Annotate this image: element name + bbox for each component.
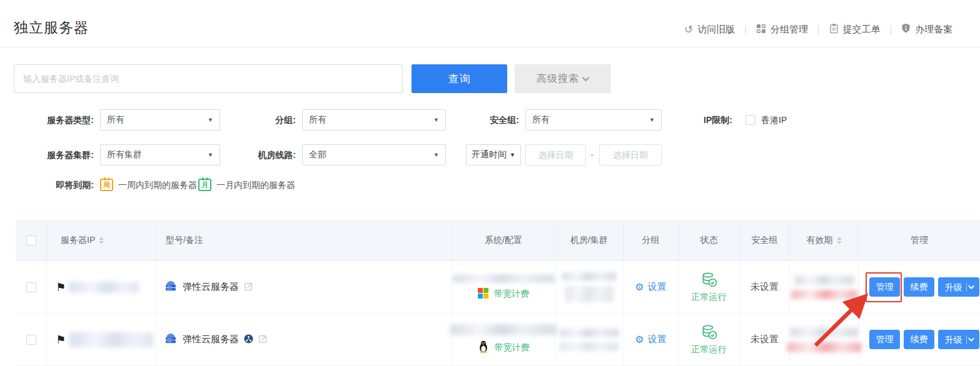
header-model: 型号/备注 <box>156 220 452 260</box>
room-cluster-cell <box>555 261 624 313</box>
query-button[interactable]: 查询 <box>412 64 507 93</box>
upgrade-dropdown-toggle[interactable] <box>967 285 978 289</box>
header-system: 系统/配置 <box>452 220 555 260</box>
upgrade-label: 升级 <box>940 335 967 344</box>
server-type-select[interactable]: 所有 ▼ <box>100 109 220 131</box>
header-server-ip: 服务器IP <box>47 220 156 260</box>
system-config-cell: 带宽计费 <box>452 261 555 313</box>
manage-cell: 管理 续费 升级 <box>859 314 980 365</box>
upgrade-dropdown-toggle[interactable] <box>967 337 978 342</box>
model-cell: 弹性云服务器 <box>156 314 452 365</box>
date-end-input[interactable] <box>599 144 662 166</box>
flag-icon: ⚑ <box>56 334 66 345</box>
chevron-down-icon <box>582 74 589 81</box>
filing-record-link[interactable]: 办理备案 <box>901 23 952 36</box>
chevron-down-icon <box>968 283 974 289</box>
search-input[interactable] <box>14 64 403 93</box>
chevron-down-icon <box>968 335 974 342</box>
blurred-expiry-date <box>791 290 857 299</box>
cloud-server-icon <box>164 332 178 347</box>
group-filter-label: 分组: <box>225 109 296 131</box>
group-cell: ⚙ 设置 <box>624 314 679 365</box>
security-group-select[interactable]: 所有 ▼ <box>525 109 662 131</box>
security-group-filter-label: 安全组: <box>449 109 519 131</box>
caret-down-icon: ▼ <box>208 152 213 158</box>
filter-row-1: 服务器类型: 所有 ▼ 分组: 所有 ▼ 安全组: 所有 ▼ IP限制: 香港I… <box>0 109 980 131</box>
server-table: 服务器IP 型号/备注 系统/配置 机房/集群 分组 状态 安全组 有效期 管理… <box>16 220 980 366</box>
advanced-search-button[interactable]: 高级搜索 <box>515 64 611 93</box>
hk-ip-checkbox[interactable] <box>745 115 755 125</box>
header-select-all <box>16 220 47 260</box>
group-setting-link[interactable]: ⚙ 设置 <box>635 281 666 293</box>
submit-ticket-link[interactable]: 提交工单 <box>829 23 881 36</box>
advanced-search-label: 高级搜索 <box>537 72 579 86</box>
gear-icon: ⚙ <box>635 282 644 292</box>
status-label: 正常运行 <box>692 292 727 303</box>
link-separator: | <box>817 24 820 34</box>
caret-down-icon: ▼ <box>208 117 213 123</box>
link-separator: | <box>890 24 892 34</box>
server-console-page: 独立服务器 ↺ 访问旧版 | 分组管理 | 提交工单 | 办理备案 <box>0 0 980 366</box>
row-checkbox[interactable] <box>26 335 36 345</box>
manage-button[interactable]: 管理 <box>869 277 900 297</box>
model-label: 弹性云服务器 <box>183 334 239 345</box>
renew-button[interactable]: 续费 <box>904 330 934 349</box>
date-start-input[interactable] <box>525 144 586 166</box>
sort-icon[interactable] <box>837 237 842 244</box>
header-validity: 有效期 <box>790 220 859 260</box>
status-cell: 正常运行 <box>679 314 740 365</box>
header-manage: 管理 <box>859 220 980 260</box>
status-running-icon <box>701 324 717 342</box>
visit-old-version-link[interactable]: ↺ 访问旧版 <box>684 24 735 36</box>
cluster-filter-label: 服务器集群: <box>14 144 94 166</box>
page-title: 独立服务器 <box>14 18 89 37</box>
security-group-cell: 未设置 <box>740 261 790 313</box>
page-header: 独立服务器 ↺ 访问旧版 | 分组管理 | 提交工单 | 办理备案 <box>0 0 980 47</box>
select-all-checkbox[interactable] <box>26 235 36 245</box>
room-cluster-cell <box>555 314 624 365</box>
sort-icon[interactable] <box>99 237 104 244</box>
caret-down-icon: ▼ <box>433 117 439 123</box>
row-checkbox[interactable] <box>26 282 36 292</box>
group-management-link[interactable]: 分组管理 <box>756 24 808 36</box>
header-validity-label: 有效期 <box>807 235 833 246</box>
upgrade-button[interactable]: 升级 <box>938 277 979 297</box>
header-server-ip-label: 服务器IP <box>61 235 95 246</box>
billing-type-label: 带宽计费 <box>494 289 529 300</box>
header-links: ↺ 访问旧版 | 分组管理 | 提交工单 | 办理备案 <box>684 23 952 36</box>
header-security: 安全组 <box>740 220 790 260</box>
blurred-room <box>559 329 619 337</box>
upgrade-button[interactable]: 升级 <box>938 330 979 349</box>
week-calendar-icon[interactable]: 周 <box>100 179 113 191</box>
manage-button[interactable]: 管理 <box>869 330 900 349</box>
caret-down-icon: ▼ <box>510 152 515 158</box>
edit-remark-icon[interactable] <box>258 334 268 345</box>
header-status: 状态 <box>679 220 740 260</box>
blurred-validity-date <box>790 327 859 337</box>
line-select[interactable]: 全部 ▼ <box>302 144 446 166</box>
header-room: 机房/集群 <box>555 220 624 260</box>
server-type-label: 服务器类型: <box>14 109 94 131</box>
table-header-row: 服务器IP 型号/备注 系统/配置 机房/集群 分组 状态 安全组 有效期 管理 <box>16 220 980 261</box>
renew-button[interactable]: 续费 <box>904 277 934 297</box>
time-type-value: 开通时间 <box>472 149 507 161</box>
server-ip-cell: ⚑ <box>47 314 156 365</box>
time-type-select[interactable]: 开通时间 ▼ <box>466 144 521 166</box>
cluster-select[interactable]: 所有集群 ▼ <box>100 144 220 166</box>
row-checkbox-cell <box>16 261 47 313</box>
group-select[interactable]: 所有 ▼ <box>302 109 446 131</box>
group-setting-link[interactable]: ⚙ 设置 <box>635 334 666 345</box>
group-cell: ⚙ 设置 <box>624 261 679 313</box>
search-section: 查询 高级搜索 <box>14 64 639 93</box>
table-row: ⚑ 弹性云服务器 带宽计费 ⚙ <box>16 314 980 366</box>
expiry-week-label: 一周内到期的服务器 <box>118 177 197 193</box>
windows-icon <box>478 288 488 300</box>
group-management-label: 分组管理 <box>770 24 808 36</box>
security-group-cell: 未设置 <box>740 314 790 365</box>
month-calendar-icon[interactable]: 月 <box>198 179 211 191</box>
validity-cell <box>790 261 859 313</box>
caret-down-icon: ▼ <box>649 117 655 123</box>
caret-down-icon: ▼ <box>433 152 439 158</box>
edit-remark-icon[interactable] <box>244 282 253 293</box>
expiry-label: 即将到期: <box>14 177 94 193</box>
